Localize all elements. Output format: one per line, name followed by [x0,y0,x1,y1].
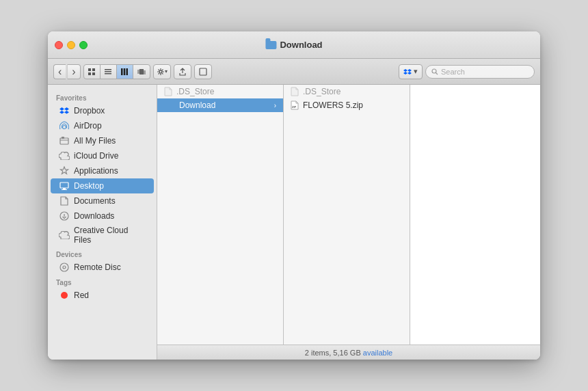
tag-button[interactable] [194,64,212,79]
column-item-flowers-zip[interactable]: ZIP FLOWERS 5.zip [284,98,410,112]
sidebar-item-red-tag[interactable]: Red [51,288,154,303]
column-item-ds-store-1[interactable]: .DS_Store [157,85,283,98]
title-text: Download [280,40,322,50]
svg-rect-18 [60,138,68,144]
dropbox-sidebar-icon [59,105,70,116]
column-view-icon [120,68,129,76]
all-files-icon [59,135,70,146]
sidebar-item-documents[interactable]: Documents [51,193,154,208]
svg-rect-2 [88,72,91,75]
minimize-button[interactable] [67,41,75,49]
icloud-icon [59,150,70,161]
share-icon [178,68,187,76]
sidebar-item-remote-disc[interactable]: Remote Disc [51,260,154,275]
downloads-icon [59,211,70,221]
svg-rect-3 [92,72,95,75]
svg-rect-8 [124,68,126,75]
tags-label: Tags [48,275,157,288]
svg-rect-11 [137,69,140,73]
title-folder-icon [265,41,276,49]
sidebar-item-downloads[interactable]: Downloads [51,208,154,224]
column-arrow: › [274,102,276,109]
creative-cloud-icon [59,230,70,241]
back-button[interactable]: ‹ [53,64,66,79]
sidebar: Favorites Dropbox AirDrop All [48,85,157,360]
svg-rect-1 [92,68,95,71]
traffic-lights [55,41,88,49]
list-view-icon [104,68,112,76]
disc-icon [59,262,70,273]
svg-point-17 [63,126,66,129]
column-item-download[interactable]: Download › [157,98,283,112]
desktop-icon [59,180,70,191]
sidebar-label-dropbox: Dropbox [74,106,105,116]
search-icon [431,68,438,75]
sidebar-item-desktop[interactable]: Desktop [51,178,154,193]
svg-line-16 [436,72,438,75]
dropdown-arrow: ▾ [165,68,168,75]
sidebar-item-creative-cloud[interactable]: Creative Cloud Files [51,224,154,247]
available-text: available [363,349,392,357]
sidebar-item-airdrop[interactable]: AirDrop [51,118,154,133]
action-button[interactable]: ▾ [153,64,171,79]
columns-area: .DS_Store Download › .DS_Store [157,85,540,345]
sidebar-label-remote-disc: Remote Disc [74,262,121,272]
documents-icon [59,196,70,206]
sidebar-label-desktop: Desktop [74,181,104,191]
search-placeholder: Search [441,68,529,76]
finder-window: Download ‹ › [48,31,540,360]
status-text: 2 items, 5,16 GB available [305,349,392,357]
svg-point-13 [159,70,162,73]
sidebar-label-documents: Documents [74,196,116,206]
red-tag-icon [59,290,70,301]
sidebar-label-airdrop: AirDrop [74,121,102,131]
sidebar-item-dropbox[interactable]: Dropbox [51,103,154,118]
back-icon: ‹ [58,66,62,78]
column-2: .DS_Store ZIP FLOWERS 5.zip [284,85,410,345]
devices-label: Devices [48,247,157,260]
column-1: .DS_Store Download › [157,85,284,345]
svg-rect-14 [200,68,206,75]
ds-store-label-2: .DS_Store [303,87,340,96]
svg-point-25 [63,266,66,269]
view-mode-group [83,64,150,79]
file-icon-2 [291,87,299,96]
svg-rect-21 [63,188,66,189]
ds-store-label-1: .DS_Store [176,87,214,96]
gear-icon [157,68,165,76]
titlebar: Download [48,31,540,59]
sidebar-label-applications: Applications [74,166,118,176]
sidebar-item-all-my-files[interactable]: All My Files [51,133,154,148]
close-button[interactable] [55,41,63,49]
tag-icon [199,68,207,76]
dropbox-button[interactable]: ▾ [399,64,423,79]
svg-rect-22 [62,189,67,190]
maximize-button[interactable] [79,41,88,49]
window-title: Download [265,40,322,50]
airdrop-icon [59,120,70,131]
view-coverflow-button[interactable] [133,64,150,79]
share-button[interactable] [174,64,191,79]
sidebar-label-red: Red [74,291,89,300]
sidebar-item-icloud[interactable]: iCloud Drive [51,148,154,163]
sidebar-label-all-files: All My Files [74,136,116,146]
statusbar: 2 items, 5,16 GB available [157,345,540,360]
search-box[interactable]: Search [425,65,535,79]
svg-rect-7 [121,68,123,75]
column-item-ds-store-2[interactable]: .DS_Store [284,85,410,98]
view-column-button[interactable] [117,64,133,79]
svg-rect-6 [105,73,111,75]
nav-buttons: ‹ › [53,64,81,79]
forward-icon: › [72,66,75,78]
svg-rect-9 [126,68,129,75]
forward-button[interactable]: › [67,64,80,79]
view-icon-button[interactable] [84,64,101,79]
sidebar-label-downloads: Downloads [74,211,114,221]
sidebar-item-applications[interactable]: Applications [51,163,154,178]
svg-point-15 [432,69,436,73]
view-list-button[interactable] [101,64,117,79]
main-area: Favorites Dropbox AirDrop All [48,85,540,360]
coverflow-icon [137,68,146,76]
content-area: .DS_Store Download › .DS_Store [157,85,540,360]
svg-rect-20 [60,183,68,188]
